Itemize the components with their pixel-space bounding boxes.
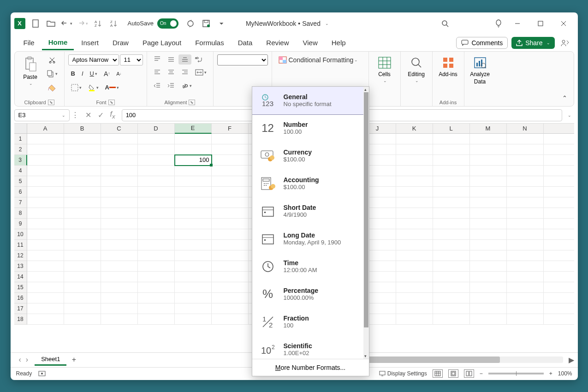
cell[interactable] — [27, 197, 64, 208]
cell[interactable] — [101, 176, 138, 187]
cell[interactable] — [507, 166, 544, 176]
cell[interactable] — [433, 261, 470, 272]
refresh-icon[interactable] — [184, 17, 197, 30]
redo-button[interactable]: ▾ — [76, 17, 89, 30]
row-header[interactable]: 14 — [14, 272, 27, 282]
cell[interactable] — [396, 219, 433, 229]
column-header[interactable]: C — [101, 124, 138, 134]
cell[interactable]: 100 — [175, 155, 212, 166]
minimize-button[interactable] — [507, 16, 528, 31]
cell[interactable] — [470, 229, 507, 240]
cell[interactable] — [433, 293, 470, 303]
cell[interactable] — [507, 219, 544, 229]
tips-icon[interactable] — [492, 17, 505, 30]
cell[interactable] — [544, 261, 574, 272]
cell[interactable] — [27, 155, 64, 166]
cell[interactable] — [212, 282, 249, 293]
column-header[interactable] — [544, 124, 574, 134]
cell[interactable] — [175, 208, 212, 219]
cell[interactable] — [396, 166, 433, 176]
expand-formula-icon[interactable]: ⌄ — [565, 113, 574, 118]
cell[interactable] — [138, 314, 175, 325]
cell[interactable] — [212, 166, 249, 176]
cell[interactable] — [433, 187, 470, 197]
sort-desc-icon[interactable]: ZA — [107, 17, 120, 30]
cell[interactable] — [138, 134, 175, 144]
cell[interactable] — [396, 272, 433, 282]
underline-button[interactable]: U▾ — [87, 68, 100, 79]
wrap-text-icon[interactable]: ab — [192, 54, 206, 65]
number-format-option[interactable]: Short Date4/9/1900 — [252, 197, 369, 225]
cell[interactable] — [396, 293, 433, 303]
cell[interactable] — [175, 219, 212, 229]
cell[interactable] — [212, 303, 249, 314]
copy-icon[interactable]: ▾ — [44, 68, 60, 79]
cell[interactable] — [64, 240, 101, 250]
row-header[interactable]: 6 — [14, 187, 27, 197]
cell[interactable] — [507, 176, 544, 187]
cell[interactable] — [212, 187, 249, 197]
number-format-option[interactable]: Currency$100.00 — [252, 142, 369, 170]
zoom-out-button[interactable]: − — [480, 370, 483, 377]
cell[interactable] — [138, 219, 175, 229]
align-top-icon[interactable] — [151, 54, 164, 65]
cell[interactable] — [507, 293, 544, 303]
cell[interactable] — [138, 261, 175, 272]
cell[interactable] — [507, 208, 544, 219]
cell[interactable] — [175, 229, 212, 240]
cell[interactable] — [396, 208, 433, 219]
cell[interactable] — [27, 144, 64, 155]
paste-button[interactable]: Paste⌄ — [18, 54, 42, 88]
more-number-formats[interactable]: More Number Formats... — [252, 359, 369, 376]
cell[interactable] — [544, 250, 574, 261]
cell[interactable] — [470, 166, 507, 176]
cell[interactable] — [212, 197, 249, 208]
cell[interactable] — [101, 314, 138, 325]
cell[interactable] — [470, 219, 507, 229]
cell[interactable] — [138, 166, 175, 176]
cell[interactable] — [470, 250, 507, 261]
cell[interactable] — [433, 229, 470, 240]
cell[interactable] — [138, 229, 175, 240]
row-header[interactable]: 3 — [14, 155, 27, 166]
row-header[interactable]: 13 — [14, 261, 27, 272]
cell[interactable] — [470, 176, 507, 187]
cell[interactable] — [101, 282, 138, 293]
bold-button[interactable]: B — [68, 68, 78, 79]
cell[interactable] — [27, 293, 64, 303]
cells-button[interactable]: Cells⌄ — [373, 54, 397, 85]
cell[interactable] — [27, 282, 64, 293]
cell[interactable] — [396, 229, 433, 240]
cell[interactable] — [27, 187, 64, 197]
cell[interactable] — [175, 261, 212, 272]
cell[interactable] — [64, 272, 101, 282]
cell[interactable] — [544, 208, 574, 219]
cell[interactable] — [544, 197, 574, 208]
row-header[interactable]: 8 — [14, 208, 27, 219]
cell[interactable] — [433, 250, 470, 261]
column-header[interactable]: E — [175, 124, 212, 134]
increase-font-icon[interactable]: A↑ — [101, 68, 113, 79]
close-button[interactable] — [553, 16, 574, 31]
column-header[interactable]: N — [507, 124, 544, 134]
cell[interactable] — [470, 261, 507, 272]
cell[interactable] — [64, 293, 101, 303]
cell[interactable] — [101, 229, 138, 240]
cell[interactable] — [544, 155, 574, 166]
cell[interactable] — [433, 134, 470, 144]
cancel-formula-icon[interactable]: ✕ — [83, 111, 94, 119]
cell[interactable] — [507, 134, 544, 144]
cell[interactable] — [212, 208, 249, 219]
cell[interactable] — [138, 176, 175, 187]
cell[interactable] — [470, 208, 507, 219]
number-format-select[interactable] — [217, 54, 268, 65]
cell[interactable] — [507, 197, 544, 208]
cell[interactable] — [27, 261, 64, 272]
cell[interactable] — [101, 272, 138, 282]
tab-data[interactable]: Data — [232, 36, 259, 49]
cell[interactable] — [175, 134, 212, 144]
align-right-icon[interactable] — [178, 67, 191, 77]
cell[interactable] — [101, 144, 138, 155]
sort-asc-icon[interactable]: AZ — [92, 17, 105, 30]
cell[interactable] — [138, 303, 175, 314]
